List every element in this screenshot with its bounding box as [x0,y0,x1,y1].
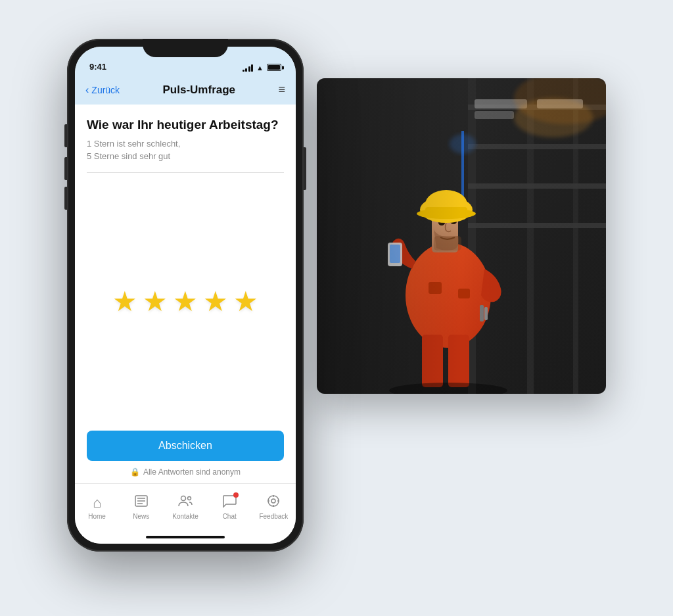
notch [143,39,228,57]
nav-label-contacts: Kontakte [172,513,198,520]
nav-label-home: Home [88,513,106,520]
nav-item-feedback[interactable]: Feedback [252,484,296,531]
anonymous-note: 🔒 Alle Antworten sind anonym [87,467,284,477]
chat-badge [233,492,239,498]
subtitle-line2: 5 Sterne sind sehr gut [87,151,170,161]
bottom-nav: ⌂ Home News [75,483,296,531]
scene: 9:41 ▲ ‹ Zurück Puls-Umfrage [67,26,606,591]
nav-label-chat: Chat [223,513,237,520]
question-subtitle: 1 Stern ist sehr schlecht, 5 Sterne sind… [87,137,284,163]
status-time: 9:41 [89,62,106,72]
back-button[interactable]: ‹ Zurück [85,84,120,96]
star-rating[interactable]: ★ ★ ★ ★ ★ [112,285,258,318]
chat-icon [221,498,237,511]
phone-shell: 9:41 ▲ ‹ Zurück Puls-Umfrage [67,39,304,552]
submit-button[interactable]: Abschicken [87,431,284,461]
anonymous-text: Alle Antworten sind anonym [143,467,241,477]
status-icons: ▲ [243,64,281,72]
svg-point-6 [268,496,279,506]
lock-icon: 🔒 [130,467,140,477]
star-4[interactable]: ★ [203,285,228,318]
nav-item-contacts[interactable]: Kontakte [163,484,207,531]
svg-point-7 [271,499,275,503]
home-indicator [75,531,296,544]
content-area: Wie war Ihr heutiger Arbeitstag? 1 Stern… [75,105,296,431]
worker-image [317,78,606,394]
nav-bar: ‹ Zurück Puls-Umfrage ≡ [75,76,296,105]
subtitle-line1: 1 Stern ist sehr schlecht, [87,139,180,149]
battery-icon [267,64,281,71]
back-label: Zurück [91,85,120,95]
stars-area: ★ ★ ★ ★ ★ [87,173,284,431]
star-5[interactable]: ★ [233,285,258,318]
nav-label-feedback: Feedback [259,513,288,520]
star-3[interactable]: ★ [173,285,198,318]
svg-point-4 [181,496,186,501]
feedback-icon [266,494,281,511]
home-bar [146,536,225,538]
svg-point-5 [188,497,191,500]
phone-screen: 9:41 ▲ ‹ Zurück Puls-Umfrage [75,47,296,544]
question-title: Wie war Ihr heutiger Arbeitstag? [87,118,284,132]
nav-item-chat[interactable]: Chat [208,484,252,531]
svg-rect-45 [317,78,606,394]
page-title: Puls-Umfrage [163,83,236,97]
star-1[interactable]: ★ [112,285,137,318]
bottom-content-area: Abschicken 🔒 Alle Antworten sind anonym [75,431,296,483]
signal-bars-icon [243,64,254,72]
hamburger-menu-icon[interactable]: ≡ [278,83,285,97]
news-icon [134,494,149,511]
back-chevron-icon: ‹ [85,84,89,96]
star-2[interactable]: ★ [143,285,168,318]
home-icon: ⌂ [93,494,101,511]
nav-item-news[interactable]: News [119,484,163,531]
nav-label-news: News [133,513,149,520]
wifi-icon: ▲ [256,64,264,72]
contacts-icon [177,494,193,511]
nav-item-home[interactable]: ⌂ Home [75,484,119,531]
